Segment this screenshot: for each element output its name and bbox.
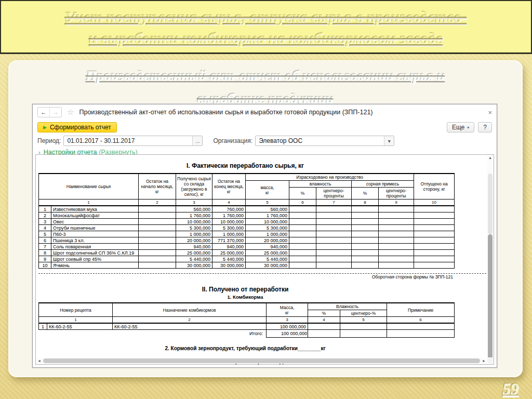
column-number: 6 — [289, 200, 316, 206]
table-cell — [352, 256, 379, 262]
table-cell — [139, 212, 176, 219]
table-cell: 3 — [39, 219, 51, 225]
col-header-mass2: Масса, кг — [267, 303, 308, 317]
table-cell — [414, 212, 455, 219]
section2-table-body: 1КК-60-2-55КК-60-2-55100 000,000 — [39, 323, 455, 330]
table-cell — [289, 225, 316, 231]
column-number: 7 — [316, 200, 352, 206]
col-header-released: Отпущено на сторону, кг — [414, 174, 455, 200]
table-cell — [414, 219, 455, 225]
chevron-down-icon: ▾ — [467, 125, 469, 130]
table-cell — [352, 262, 379, 269]
table-cell — [414, 256, 455, 262]
column-number: 2 — [139, 200, 176, 206]
table-cell — [352, 231, 379, 237]
table-cell: 5 440,000 — [176, 256, 212, 262]
scroll-right-icon[interactable]: ► — [482, 359, 486, 363]
table-cell: Известняковая мука — [51, 206, 139, 212]
table-cell: 940,000 — [176, 244, 212, 250]
table-cell — [289, 256, 316, 262]
column-number-row: 12345678910 — [39, 200, 455, 206]
table-cell: Монокальцийфосфат — [51, 212, 139, 219]
table-row: 1КК-60-2-55КК-60-2-55100 000,000 — [39, 323, 455, 330]
table-cell: 7 — [39, 244, 51, 250]
feed-grain-note: 2. Кормовой зернопродукт, требующий подр… — [37, 345, 453, 351]
section2-table: Номер рецепта Назначение комбикормов Мас… — [38, 302, 455, 338]
table-cell — [414, 250, 455, 256]
section1-title: I. Фактически переработано сырья, кг — [37, 162, 453, 169]
table-cell: 10 000,000 — [246, 219, 289, 225]
table-row: 1Известняковая мука560,000760,000560,000 — [39, 206, 455, 212]
col-header-name: Наименование сырья — [39, 174, 139, 200]
forward-button[interactable]: → — [49, 108, 61, 117]
table-cell — [352, 244, 379, 250]
vertical-scrollbar[interactable]: ▲ — [487, 155, 493, 357]
column-number: 3 — [176, 200, 212, 206]
col-header-received: Получено сырья со склада (загружено в си… — [176, 174, 212, 200]
scroll-up-icon[interactable]: ▲ — [487, 156, 493, 160]
more-button[interactable]: Еще ▾ — [447, 122, 474, 132]
table-cell — [289, 237, 316, 244]
app-window: ← → ☆ Производственный акт-отчет об испо… — [32, 104, 497, 368]
horizontal-scrollbar-thumb[interactable] — [43, 358, 480, 363]
close-icon[interactable]: × — [488, 109, 492, 116]
table-cell: 760,000 — [212, 206, 246, 212]
table-cell — [139, 231, 176, 237]
period-label: Период: — [37, 137, 61, 144]
table-cell — [414, 262, 455, 269]
table-cell — [352, 225, 379, 231]
period-browse-button[interactable]: ... — [192, 136, 202, 145]
table-cell: 20 000,000 — [176, 237, 212, 244]
table-cell — [379, 256, 414, 262]
table-cell — [289, 244, 316, 250]
table-cell — [139, 237, 176, 244]
table-row: 8Шрот подсолнечный СП 36% С.КЛ.1925 000,… — [39, 250, 455, 256]
scroll-left-icon[interactable]: ◄ — [37, 359, 41, 363]
table-cell: 1 000,000 — [212, 231, 246, 237]
col-header-humidity: влажность — [289, 181, 352, 188]
generate-report-button[interactable]: ▶ Сформировать отчет — [37, 122, 117, 132]
vertical-scrollbar-track[interactable] — [488, 174, 493, 234]
section1-table-body: 1Известняковая мука560,000760,000560,000… — [39, 206, 455, 269]
col-header-impurity: сорная примесь — [352, 181, 414, 188]
table-cell — [352, 219, 379, 225]
table-cell — [316, 206, 352, 212]
table-cell: 5 — [39, 231, 51, 237]
slide-title: Учет поступления сырья, отпуска сырья в … — [1, 1, 531, 49]
vertical-scrollbar-thumb[interactable] — [488, 234, 493, 357]
table-cell — [289, 231, 316, 237]
table-cell: 1 760,000 — [176, 212, 212, 219]
organization-input[interactable] — [256, 137, 384, 144]
col-header-humidity2: Влажность — [308, 303, 387, 310]
table-cell: П60-3 — [51, 231, 139, 237]
column-number: 5 — [340, 317, 387, 324]
table-cell — [379, 212, 414, 219]
report-content: I. Фактически переработано сырья, кг Наи… — [37, 155, 493, 365]
period-input[interactable] — [64, 137, 192, 144]
table-cell — [352, 212, 379, 219]
table-cell — [414, 206, 455, 212]
total-note-cell — [387, 330, 455, 338]
organization-dropdown-icon[interactable]: ▾ — [384, 136, 394, 145]
table-cell: Отруби пшеничные — [51, 225, 139, 231]
column-number: 6 — [387, 317, 455, 324]
table-row: 9Шрот соевый спр 45%5 440,0005 440,0005 … — [39, 256, 455, 262]
table-cell — [340, 323, 387, 330]
table-cell — [139, 219, 176, 225]
favorite-star-icon[interactable]: ☆ — [67, 108, 74, 117]
table-cell: Шрот подсолнечный СП 36% С.КЛ.19 — [51, 250, 139, 256]
table-cell — [139, 256, 176, 262]
horizontal-scrollbar[interactable]: ◄ ► — [36, 358, 487, 364]
back-button[interactable]: ← — [38, 108, 49, 117]
column-number: 4 — [212, 200, 246, 206]
table-cell: КК-60-2-55 — [47, 323, 113, 330]
table-cell: 20 000,000 — [246, 237, 289, 244]
help-button[interactable]: ? — [478, 122, 492, 132]
table-cell: 1 — [39, 323, 47, 330]
organization-label: Организация: — [213, 137, 252, 144]
table-cell — [379, 206, 414, 212]
total-empty-cell — [39, 330, 113, 338]
help-label: ? — [483, 124, 487, 131]
table-cell: 940,000 — [212, 244, 246, 250]
filter-row: Период: ... Организация: ▾ — [33, 135, 497, 147]
